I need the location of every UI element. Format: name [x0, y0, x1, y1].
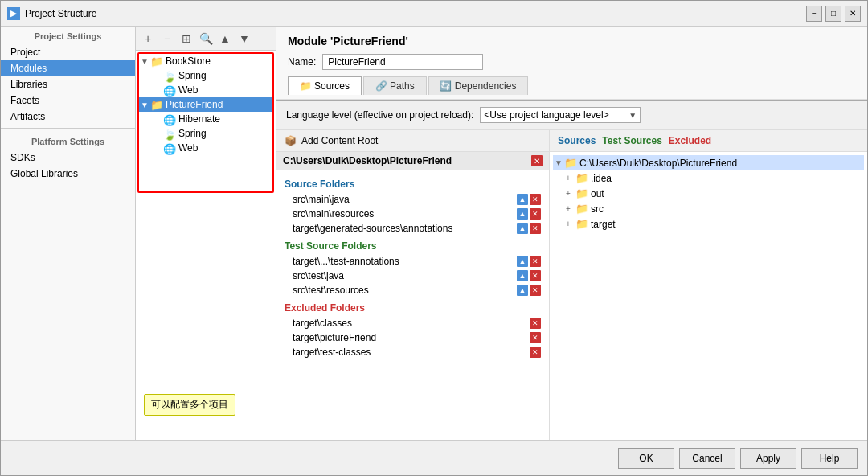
folder-actions-1: ▲ ✕ [517, 194, 541, 205]
expand-root-icon: ▼ [555, 158, 564, 167]
sources-two-column: 📦 Add Content Root C:\Users\Dulk\Desktop… [276, 130, 867, 440]
tab-dependencies[interactable]: 🔄 Dependencies [428, 76, 529, 95]
tree-node-web1[interactable]: 🌐 Web [139, 83, 272, 97]
remove-test-3[interactable]: ✕ [530, 285, 541, 296]
web-icon-2: 🌐 [163, 143, 176, 153]
title-bar: ▶ Project Structure − □ ✕ [1, 1, 867, 27]
cancel-button[interactable]: Cancel [679, 448, 735, 469]
stree-out[interactable]: + 📁 out [553, 186, 864, 201]
sidebar-item-modules[interactable]: Modules [1, 60, 135, 76]
sidebar-item-sdks[interactable]: SDKs [1, 150, 135, 166]
tab-sources[interactable]: 📁 Sources [288, 76, 362, 95]
module-section-title: Module 'PictureFriend' [288, 35, 856, 47]
module-name-row: Name: [288, 54, 856, 70]
expand-picturefriend-icon: ▼ [141, 101, 150, 109]
tree-node-picturefriend[interactable]: ▼ 📁 PictureFriend [139, 97, 272, 112]
source-tree-panel: Sources Test Sources Excluded ▼ 📁 [550, 130, 867, 440]
root-path-text: C:\Users\Dulk\Desktop\PictureFriend [283, 155, 452, 166]
close-button[interactable]: ✕ [845, 6, 861, 22]
test-btn-2[interactable]: ▲ [517, 270, 528, 281]
tree-node-web2[interactable]: 🌐 Web [139, 141, 272, 155]
idea-folder-icon: 📁 [575, 172, 588, 184]
window-title: Project Structure [25, 8, 806, 19]
tree-content: ▼ 📁 BookStore 🍃 Spring 🌐 Web [136, 51, 276, 440]
tooltip-box: 可以配置多个项目 [144, 394, 235, 416]
excluded-tree-label: Excluded [669, 135, 711, 146]
add-content-root-button[interactable]: 📦 Add Content Root [276, 130, 549, 152]
source-btn-1[interactable]: ▲ [517, 194, 528, 205]
expand-target-icon: + [566, 220, 575, 228]
sidebar-item-facets[interactable]: Facets [1, 92, 135, 109]
module-name-input[interactable] [322, 54, 483, 70]
remove-source-3[interactable]: ✕ [530, 223, 541, 234]
spring-icon-2: 🍃 [163, 129, 176, 138]
module-tree-panel: + − ⊞ 🔍 ▲ ▼ ▼ 📁 BookStore [136, 27, 276, 440]
copy-module-button[interactable]: ⊞ [178, 30, 195, 47]
tree-node-spring2[interactable]: 🍃 Spring [139, 126, 272, 141]
remove-excluded-2[interactable]: ✕ [530, 332, 541, 343]
remove-excluded-3[interactable]: ✕ [530, 347, 541, 358]
remove-source-2[interactable]: ✕ [530, 208, 541, 220]
test-btn-3[interactable]: ▲ [517, 285, 528, 296]
source-btn-3[interactable]: ▲ [517, 223, 528, 234]
remove-test-2[interactable]: ✕ [530, 270, 541, 281]
source-tree-content: ▼ 📁 C:\Users\Dulk\Desktop\PictureFriend … [550, 152, 867, 440]
remove-root-button[interactable]: ✕ [531, 155, 542, 166]
move-up-button[interactable]: ▲ [216, 30, 234, 47]
tab-paths[interactable]: 🔗 Paths [363, 76, 427, 95]
excluded-actions-3: ✕ [530, 347, 541, 358]
sidebar-divider [1, 128, 135, 129]
expand-bookstore-icon: ▼ [141, 57, 150, 66]
help-button[interactable]: Help [801, 448, 858, 469]
excluded-folder-3: target\test-classes ✕ [276, 345, 549, 359]
stree-src[interactable]: + 📁 src [553, 201, 864, 216]
test-btn-1[interactable]: ▲ [517, 256, 528, 267]
stree-root[interactable]: ▼ 📁 C:\Users\Dulk\Desktop\PictureFriend [553, 155, 864, 170]
web-icon: 🌐 [163, 85, 176, 95]
test-sources-tree-label: Test Sources [602, 135, 661, 146]
tree-node-hibernate[interactable]: 🌐 Hibernate [139, 112, 272, 126]
maximize-button[interactable]: □ [825, 6, 841, 22]
project-structure-window: ▶ Project Structure − □ ✕ Project Settin… [0, 0, 868, 476]
remove-module-button[interactable]: − [158, 30, 176, 47]
expand-out-icon: + [566, 189, 575, 198]
lang-level-select[interactable]: <Use project language level> ▼ [480, 107, 641, 123]
remove-source-1[interactable]: ✕ [530, 194, 541, 205]
remove-excluded-1[interactable]: ✕ [530, 318, 541, 329]
tabs-row: 📁 Sources 🔗 Paths 🔄 Dependencies [288, 76, 856, 95]
target-folder-icon: 📁 [575, 218, 588, 230]
test-source-folders-label: Test Source Folders [276, 236, 549, 254]
stree-target[interactable]: + 📁 target [553, 216, 864, 232]
bottom-button-bar: OK Cancel Apply Help [1, 440, 867, 475]
add-module-button[interactable]: + [139, 30, 157, 47]
excluded-folder-1: target\classes ✕ [276, 316, 549, 330]
excluded-actions-2: ✕ [530, 332, 541, 343]
excluded-actions-1: ✕ [530, 318, 541, 329]
move-down-button[interactable]: ▼ [235, 30, 253, 47]
content-root-entry: C:\Users\Dulk\Desktop\PictureFriend ✕ [276, 152, 549, 170]
stree-idea[interactable]: + 📁 .idea [553, 170, 864, 186]
source-btn-2[interactable]: ▲ [517, 208, 528, 220]
remove-test-1[interactable]: ✕ [530, 256, 541, 267]
sidebar-item-libraries[interactable]: Libraries [1, 76, 135, 92]
deps-tab-icon: 🔄 [440, 80, 452, 92]
tree-node-bookstore[interactable]: ▼ 📁 BookStore [139, 54, 272, 68]
tree-node-spring1[interactable]: 🍃 Spring [139, 68, 272, 83]
excluded-folders-label: Excluded Folders [276, 298, 549, 316]
sidebar-item-global-libraries[interactable]: Global Libraries [1, 166, 135, 182]
folder-list-panel: 📦 Add Content Root C:\Users\Dulk\Desktop… [276, 130, 550, 440]
hibernate-icon: 🌐 [163, 114, 176, 124]
paths-tab-icon: 🔗 [375, 80, 387, 92]
source-folder-1: src\main\java ▲ ✕ [276, 192, 549, 207]
sidebar-item-project[interactable]: Project [1, 44, 135, 60]
find-module-button[interactable]: 🔍 [197, 30, 215, 47]
sidebar-item-artifacts[interactable]: Artifacts [1, 109, 135, 125]
ok-button[interactable]: OK [618, 448, 674, 469]
module-header-section: Module 'PictureFriend' Name: 📁 Sources 🔗… [276, 27, 867, 100]
apply-button[interactable]: Apply [740, 448, 796, 469]
source-folder-3: target\generated-sources\annotations ▲ ✕ [276, 221, 549, 236]
folder-icon: 📁 [150, 100, 163, 109]
minimize-button[interactable]: − [806, 6, 822, 22]
folder-actions-2: ▲ ✕ [517, 208, 541, 220]
src-folder-icon: 📁 [575, 203, 588, 215]
